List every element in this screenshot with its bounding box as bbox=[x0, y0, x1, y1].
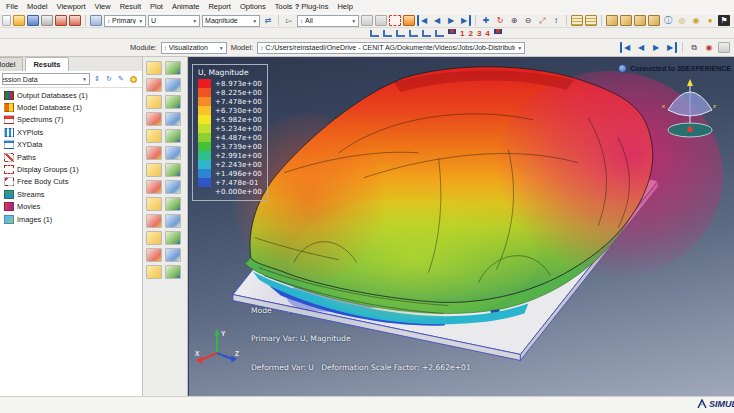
frame-selector-icon[interactable] bbox=[90, 15, 102, 26]
last-frame-icon[interactable]: ▶ bbox=[459, 15, 471, 26]
tips-bulb-icon[interactable] bbox=[128, 74, 138, 84]
menu-item[interactable]: File bbox=[6, 2, 18, 11]
free-body-options-icon[interactable] bbox=[165, 231, 181, 245]
menu-item[interactable]: Animate bbox=[172, 2, 200, 11]
box-zoom-icon[interactable] bbox=[389, 15, 401, 26]
film-icon[interactable] bbox=[718, 42, 730, 53]
view-top-icon[interactable] bbox=[396, 30, 405, 37]
allow-multiple-plot-states-icon[interactable] bbox=[146, 129, 162, 143]
menu-item[interactable]: Viewport bbox=[57, 2, 86, 11]
view-cut-options-icon[interactable] bbox=[165, 180, 181, 194]
zoom-out-icon[interactable]: ⊖ bbox=[522, 15, 534, 26]
cycle-views-icon[interactable]: ↕ bbox=[550, 15, 562, 26]
animate-scale-factor-icon[interactable] bbox=[146, 146, 162, 160]
module-select[interactable]: ↕Visualization▼ bbox=[161, 42, 227, 54]
perspective-view-icon[interactable] bbox=[648, 15, 660, 26]
field-output-position-select[interactable]: ↕Primary▼ bbox=[104, 15, 146, 27]
wireframe-view-icon[interactable] bbox=[606, 15, 618, 26]
menu-item[interactable]: Report bbox=[208, 2, 231, 11]
sync-icon[interactable]: ⇄ bbox=[262, 15, 274, 26]
edit-icon[interactable]: ✎ bbox=[116, 74, 126, 84]
menu-item[interactable]: Options bbox=[240, 2, 266, 11]
color-code-icon[interactable] bbox=[146, 265, 162, 279]
render-shaded-icon[interactable] bbox=[403, 15, 415, 26]
probe-values-icon[interactable] bbox=[165, 214, 181, 228]
remove-selected-icon[interactable] bbox=[375, 15, 387, 26]
compass-widget[interactable]: x z bbox=[660, 78, 720, 140]
view-front-icon[interactable] bbox=[370, 30, 379, 37]
saved-view-button[interactable]: 1 bbox=[460, 29, 464, 38]
tree-filter-select[interactable]: Session Data▼ bbox=[2, 73, 90, 85]
saved-view-button[interactable]: 3 bbox=[477, 29, 481, 38]
cursor-icon[interactable]: ▻ bbox=[283, 15, 295, 26]
upload-odb-icon[interactable] bbox=[69, 15, 81, 26]
menu-item[interactable]: Help bbox=[337, 2, 352, 11]
tree-item[interactable]: Spectrums (7) bbox=[0, 114, 142, 126]
plot-undeformed-icon[interactable] bbox=[146, 61, 162, 75]
rotate-icon[interactable]: ↻ bbox=[494, 15, 506, 26]
print-icon[interactable] bbox=[41, 15, 53, 26]
tab-results[interactable]: Results bbox=[25, 57, 68, 71]
plot-material-orientations-icon[interactable] bbox=[146, 112, 162, 126]
result-options-icon[interactable] bbox=[165, 129, 181, 143]
camera-icon[interactable]: ◉ bbox=[703, 42, 715, 53]
refresh-icon[interactable]: ↻ bbox=[104, 74, 114, 84]
replace-selected-icon[interactable] bbox=[361, 15, 373, 26]
fit-view-icon[interactable]: ⤢ bbox=[536, 15, 548, 26]
tree-item[interactable]: Display Groups (1) bbox=[0, 163, 142, 175]
saved-view-button[interactable]: 4 bbox=[485, 29, 489, 38]
display-group-options-icon[interactable] bbox=[165, 248, 181, 262]
stream-options-icon[interactable] bbox=[165, 265, 181, 279]
menu-item[interactable]: Plot bbox=[150, 2, 163, 11]
tree-item[interactable]: Streams bbox=[0, 188, 142, 200]
tree-item[interactable]: Images (1) bbox=[0, 213, 142, 225]
anim-last-icon[interactable]: ▶ bbox=[665, 42, 677, 53]
display-group-select[interactable]: ↕All▼ bbox=[297, 15, 359, 27]
first-frame-icon[interactable]: ◀ bbox=[417, 15, 429, 26]
new-icon[interactable] bbox=[2, 15, 11, 26]
menu-item[interactable]: Model bbox=[27, 2, 47, 11]
pan-icon[interactable]: ✚ bbox=[480, 15, 492, 26]
view-back-icon[interactable] bbox=[383, 30, 392, 37]
intersect-selection-icon[interactable]: ◉ bbox=[690, 15, 702, 26]
plot-contours-icon[interactable] bbox=[146, 78, 162, 92]
contour-options-icon[interactable] bbox=[165, 78, 181, 92]
print-table-icon[interactable] bbox=[585, 15, 597, 26]
tree-item[interactable]: Paths bbox=[0, 151, 142, 163]
symbol-options-icon[interactable] bbox=[165, 95, 181, 109]
user-view2-icon[interactable] bbox=[494, 29, 502, 38]
tree-item[interactable]: XYPlots bbox=[0, 126, 142, 138]
animation-options-icon[interactable] bbox=[165, 146, 181, 160]
query-table-icon[interactable] bbox=[571, 15, 583, 26]
viewport-canvas[interactable]: ODB: Job-Distributed.odb Abaqus/Standard… bbox=[188, 57, 734, 397]
menu-item[interactable]: Tools bbox=[275, 2, 293, 11]
anim-prev-icon[interactable]: ◀ bbox=[635, 42, 647, 53]
plot-symbols-icon[interactable] bbox=[146, 95, 162, 109]
animate-time-history-icon[interactable] bbox=[146, 163, 162, 177]
menu-item[interactable]: Plug-ins bbox=[301, 2, 328, 11]
saved-view-button[interactable]: 2 bbox=[468, 29, 472, 38]
menu-item[interactable]: Result bbox=[120, 2, 141, 11]
tree-item[interactable]: XYData bbox=[0, 139, 142, 151]
sort-icon[interactable]: ⇕ bbox=[92, 74, 102, 84]
open-icon[interactable] bbox=[13, 15, 25, 26]
hidden-line-view-icon[interactable] bbox=[620, 15, 632, 26]
shaded-view-icon[interactable] bbox=[634, 15, 646, 26]
info-icon[interactable]: ⓘ bbox=[662, 15, 674, 26]
probe-flag-icon[interactable]: ⚑ bbox=[718, 15, 730, 26]
model-scene[interactable] bbox=[189, 58, 734, 397]
tab-model[interactable]: Model bbox=[0, 57, 23, 71]
tree-item[interactable]: Output Databases (1) bbox=[0, 89, 142, 101]
query-icon[interactable] bbox=[146, 214, 162, 228]
view-iso-icon[interactable] bbox=[435, 30, 444, 37]
union-selection-icon[interactable]: ◎ bbox=[676, 15, 688, 26]
anim-next-icon[interactable]: ▶ bbox=[650, 42, 662, 53]
previous-frame-icon[interactable]: ◀ bbox=[431, 15, 443, 26]
attach-icon[interactable]: ⧉ bbox=[688, 42, 700, 53]
field-output-invariant-select[interactable]: Magnitude▼ bbox=[202, 15, 260, 27]
user-view-icon[interactable] bbox=[448, 29, 456, 38]
create-display-group-icon[interactable] bbox=[146, 248, 162, 262]
create-xy-data-icon[interactable] bbox=[146, 197, 162, 211]
field-output-variable-select[interactable]: U▼ bbox=[148, 15, 200, 27]
next-frame-icon[interactable]: ▶ bbox=[445, 15, 457, 26]
